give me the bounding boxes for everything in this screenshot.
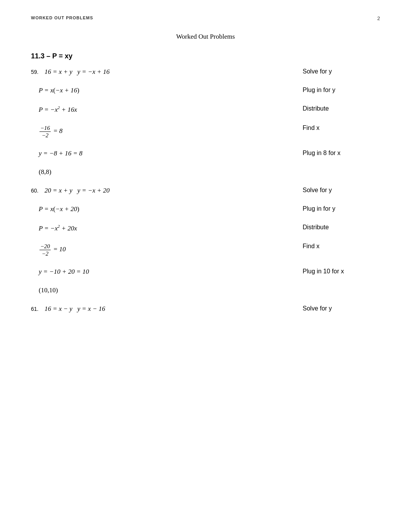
problem-60-answer: (10,10) xyxy=(31,286,380,294)
problem-59-step4-math: y = −8 + 16 = 8 xyxy=(39,150,295,157)
header: WORKED OUT PROBLEMS 2 xyxy=(31,15,380,21)
problem-60-step1: P = x(−x + 20) Plug in for y xyxy=(31,205,380,213)
problem-60-step3-math: −20 −2 = 10 xyxy=(39,243,295,257)
problem-60-step1-annotation: Plug in for y xyxy=(295,205,380,212)
problem-60-step2-math: P = −x2 + 20x xyxy=(39,224,295,232)
fraction-neg20-neg2: −20 −2 xyxy=(39,243,51,257)
problem-59-number: 59. xyxy=(31,68,45,75)
problem-59-step3: −16 −2 = 8 Find x xyxy=(31,124,380,139)
problem-60-step2-annotation: Distribute xyxy=(295,224,380,231)
problem-59-step4: y = −8 + 16 = 8 Plug in 8 for x xyxy=(31,150,380,157)
problem-60-step2: P = −x2 + 20x Distribute xyxy=(31,224,380,232)
problem-61-statement: 61. 16 = x − y y = x − 16 Solve for y xyxy=(31,305,380,313)
problem-60-step4-annotation: Plug in 10 for x xyxy=(295,268,380,275)
problem-59-answer: (8,8) xyxy=(31,168,380,176)
fraction-neg16-neg2: −16 −2 xyxy=(39,124,51,139)
problem-59-step1: P = x(−x + 16) Plug in for y xyxy=(31,87,380,94)
section-heading: 11.3 – P = xy xyxy=(31,52,380,60)
problem-59-step1-annotation: Plug in for y xyxy=(295,87,380,94)
problem-60-step3-annotation: Find x xyxy=(295,243,380,250)
problem-59-step2: P = −x2 + 16x Distribute xyxy=(31,105,380,114)
problem-60-equation: 20 = x + y y = −x + 20 xyxy=(45,187,295,194)
problem-59-equation: 16 = x + y y = −x + 16 xyxy=(45,68,295,76)
problem-61-equation: 16 = x − y y = x − 16 xyxy=(45,305,295,313)
problem-60: 60. 20 = x + y y = −x + 20 Solve for y P… xyxy=(31,187,380,295)
problem-61-number: 61. xyxy=(31,305,45,312)
problem-59-step3-annotation: Find x xyxy=(295,124,380,131)
problem-59-step3-math: −16 −2 = 8 xyxy=(39,124,295,139)
problem-60-step4: y = −10 + 20 = 10 Plug in 10 for x xyxy=(31,268,380,276)
header-left: WORKED OUT PROBLEMS xyxy=(31,15,93,20)
problem-59-step4-annotation: Plug in 8 for x xyxy=(295,150,380,157)
page-number: 2 xyxy=(377,15,380,21)
problem-60-step4-math: y = −10 + 20 = 10 xyxy=(39,268,295,276)
problem-59: 59. 16 = x + y y = −x + 16 Solve for y P… xyxy=(31,68,380,176)
problem-60-statement: 60. 20 = x + y y = −x + 20 Solve for y xyxy=(31,187,380,194)
problem-60-step3: −20 −2 = 10 Find x xyxy=(31,243,380,257)
page-title: Worked Out Problems xyxy=(31,33,380,41)
problem-61: 61. 16 = x − y y = x − 16 Solve for y xyxy=(31,305,380,313)
problem-61-annotation-solve: Solve for y xyxy=(295,305,380,312)
problem-59-step2-math: P = −x2 + 16x xyxy=(39,105,295,114)
problem-59-statement: 59. 16 = x + y y = −x + 16 Solve for y xyxy=(31,68,380,76)
problem-60-annotation-solve: Solve for y xyxy=(295,187,380,194)
problem-60-step1-math: P = x(−x + 20) xyxy=(39,205,295,213)
problem-59-step2-annotation: Distribute xyxy=(295,105,380,112)
page: WORKED OUT PROBLEMS 2 Worked Out Problem… xyxy=(0,0,411,347)
problem-59-step1-math: P = x(−x + 16) xyxy=(39,87,295,94)
problem-60-number: 60. xyxy=(31,187,45,194)
problem-59-annotation-solve: Solve for y xyxy=(295,68,380,75)
